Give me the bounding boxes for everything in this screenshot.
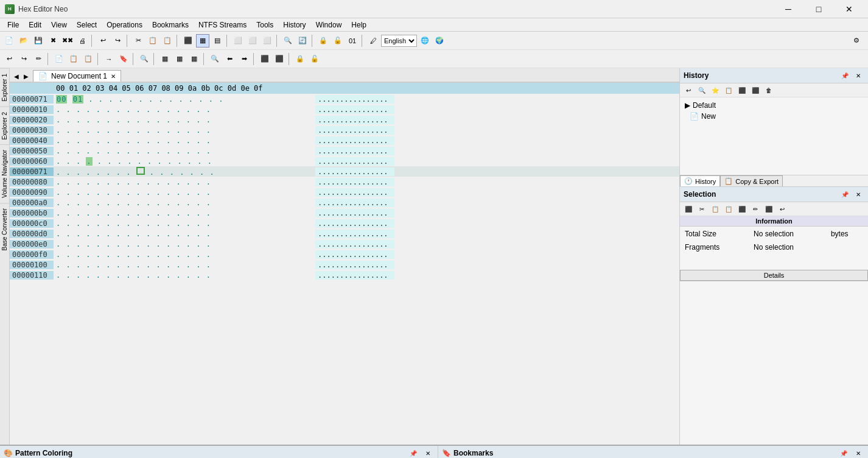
hist-btn1[interactable]: ↩ [682,85,695,96]
hex-row[interactable]: 00000020 . . . . . . . . . . . . . . . .… [10,114,679,125]
hex-row[interactable]: 00000060 . . . . . . . . . . . . . . . .… [10,156,679,166]
findnext-button[interactable]: ➡ [237,52,251,66]
paste2-button[interactable]: 📋 [67,52,80,66]
sel-btn3[interactable]: 📋 [709,203,721,214]
undo-button[interactable]: ↩ [96,34,110,48]
unlock-button[interactable]: 🔓 [308,52,321,66]
edit-mode-button[interactable]: ✏ [32,52,45,66]
menu-window[interactable]: Window [311,19,347,30]
close-all-button[interactable]: ✖✖ [61,34,74,48]
sel-pin-button[interactable]: 📌 [839,189,851,200]
hex-row[interactable]: 00000010 . . . . . . . . . . . . . . . .… [10,104,679,114]
hex-row[interactable]: 00000110 . . . . . . . . . . . . . . . .… [10,270,679,280]
delete-button[interactable]: ⬜ [261,34,274,48]
bookmarks-close-button[interactable]: ✕ [852,448,864,458]
hex-row[interactable]: 000000d0 . . . . . . . . . . . . . . . .… [10,228,679,239]
find-button[interactable]: 🔍 [281,34,295,48]
tab-close-button[interactable]: ✕ [111,73,116,80]
menu-file[interactable]: File [2,19,24,30]
new-button[interactable]: 📄 [2,34,16,48]
close-doc-button[interactable]: ✖ [46,34,60,48]
hex-row[interactable]: 000000b0 . . . . . . . . . . . . . . . .… [10,208,679,218]
menu-edit[interactable]: Edit [24,19,46,30]
hex-row[interactable]: 000000f0 . . . . . . . . . . . . . . . .… [10,249,679,259]
zoom-in-button[interactable]: 🔍 [138,52,151,66]
copy2-button[interactable]: 📄 [52,52,66,66]
hist-btn7[interactable]: 🗑 [763,85,775,96]
history-close-button[interactable]: ✕ [852,70,864,81]
selectall2-button[interactable]: ⬛ [273,52,286,66]
sel-btn6[interactable]: ✏ [749,203,761,214]
hist-btn4[interactable]: 📋 [723,85,735,96]
menu-ntfs[interactable]: NTFS Streams [194,19,251,30]
hex-rows-container[interactable]: 0000007100 01 . . . . . . . . . . . . . … [10,94,679,445]
paste-special-button[interactable]: 📋 [82,52,95,66]
open-button[interactable]: 📂 [17,34,30,48]
menu-tools[interactable]: Tools [251,19,278,30]
sel-btn7[interactable]: ⬛ [763,203,775,214]
decrypt-button[interactable]: 🔓 [331,34,345,48]
hex-row[interactable]: 000000a0 . . . . . . . . . . . . . . . .… [10,197,679,208]
save-button[interactable]: 💾 [32,34,45,48]
hex-ops-button[interactable]: 01 [346,34,359,48]
hex-row[interactable]: 00000040 . . . . . . . . . . . . . . . .… [10,135,679,146]
menu-select[interactable]: Select [72,19,102,30]
addon-button[interactable]: ⚙ [847,34,866,48]
sidebar-tab-volume[interactable]: Volume Navigator [0,144,9,203]
hex-row[interactable]: 0000007100 01 . . . . . . . . . . . . . … [10,94,679,104]
replace-button[interactable]: 🔄 [296,34,309,48]
maximize-button[interactable]: □ [805,0,833,18]
bookmark-mgr-button[interactable]: 🔖 [117,52,130,66]
history-default-group[interactable]: ▶ Default [682,100,866,111]
view-text-button[interactable]: ▤ [211,34,224,48]
lang-btn2[interactable]: 🌍 [433,34,446,48]
fill2-button[interactable]: 🖊 [366,34,380,48]
close-button[interactable]: ✕ [835,0,863,18]
menu-help[interactable]: Help [346,19,371,30]
hex-row[interactable]: 00000050 . . . . . . . . . . . . . . . .… [10,146,679,156]
cut-button[interactable]: ✂ [131,34,145,48]
hex-row[interactable]: 000000e0 . . . . . . . . . . . . . . . .… [10,239,679,249]
hist-btn6[interactable]: ⬛ [749,85,761,96]
pattern3-button[interactable]: ▦ [187,52,201,66]
hist-btn2[interactable]: 🔍 [696,85,708,96]
tab-next-button[interactable]: ▶ [22,71,30,82]
history-pin-button[interactable]: 📌 [839,70,851,81]
findprev-button[interactable]: ⬅ [223,52,236,66]
insert-button[interactable]: ⬜ [246,34,259,48]
select2-button[interactable]: ⬛ [258,52,271,66]
sel-btn2[interactable]: ✂ [696,203,708,214]
minimize-button[interactable]: ─ [774,0,802,18]
pattern-close-button[interactable]: ✕ [422,448,434,458]
goto-button[interactable]: → [102,52,116,66]
hex-row[interactable]: 000000c0 . . . . . . . . . . . . . . . .… [10,218,679,228]
sidebar-tab-explorer2[interactable]: Explorer 2 [0,107,9,145]
hex-row[interactable]: 00000080 . . . . . . . . . . . . . . . .… [10,177,679,187]
hex-row[interactable]: 00000090 . . . . . . . . . . . . . . . .… [10,187,679,197]
sel-btn4[interactable]: 📋 [723,203,735,214]
hex-row[interactable]: 00000030 . . . . . . . . . . . . . . . .… [10,125,679,135]
sidebar-tab-base[interactable]: Base Converter [0,203,9,255]
sel-btn5[interactable]: ⬛ [736,203,748,214]
menu-bookmarks[interactable]: Bookmarks [147,19,194,30]
select-all-button[interactable]: ⬛ [181,34,195,48]
hist-btn5[interactable]: ⬛ [736,85,748,96]
language-select[interactable]: English [381,35,417,47]
hex-row[interactable]: 00000071 . . . . . . . . . . . . . . . .… [10,166,679,177]
history-tab[interactable]: 🕐 History [680,175,720,186]
document-tab[interactable]: 📄 New Document 1 ✕ [33,70,121,82]
lang-btn1[interactable]: 🌐 [418,34,432,48]
encrypt-button[interactable]: 🔒 [317,34,330,48]
pattern1-button[interactable]: ▦ [158,52,172,66]
bookmarks-pin-button[interactable]: 📌 [838,448,850,458]
sel-btn8[interactable]: ↩ [776,203,788,214]
sel-close-button[interactable]: ✕ [852,189,864,200]
history-new-item[interactable]: 📄 New [687,111,866,122]
paste-button[interactable]: 📋 [161,34,174,48]
copy-export-tab[interactable]: 📋 Copy & Export [720,175,783,186]
sidebar-tab-explorer1[interactable]: Explorer 1 [0,68,9,107]
print-button[interactable]: 🖨 [75,34,89,48]
copy-button[interactable]: 📋 [146,34,159,48]
menu-operations[interactable]: Operations [102,19,147,30]
menu-view[interactable]: View [46,19,72,30]
